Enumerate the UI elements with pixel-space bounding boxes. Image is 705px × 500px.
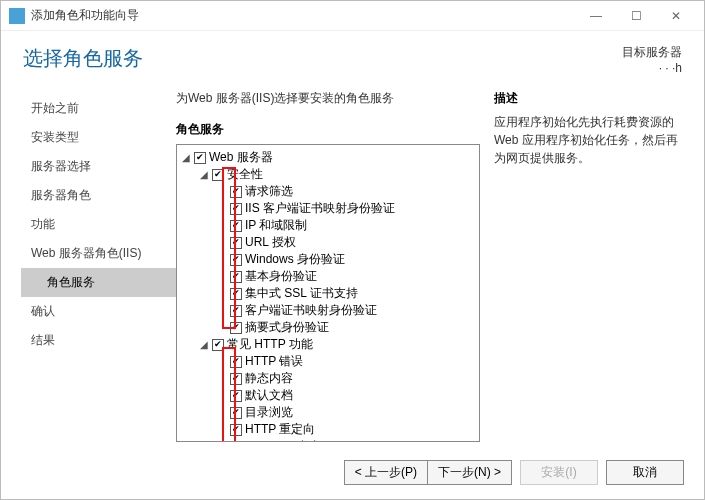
sidebar-item[interactable]: 功能 [21,210,176,239]
tree-label: WebDAV 发布 [245,438,321,442]
checkbox[interactable] [230,254,242,266]
checkbox[interactable] [194,152,206,164]
checkbox[interactable] [212,339,224,351]
tree-row[interactable]: ◢常见 HTTP 功能 [179,336,477,353]
checkbox[interactable] [230,322,242,334]
nav-button-group: < 上一步(P) 下一步(N) > [344,460,512,485]
description-text: 应用程序初始化先执行耗费资源的 Web 应用程序初始化任务，然后再为网页提供服务… [494,113,684,167]
sidebar-item[interactable]: 安装类型 [21,123,176,152]
tree-label: 客户端证书映射身份验证 [245,302,377,319]
tree-label: 基本身份验证 [245,268,317,285]
checkbox[interactable] [230,271,242,283]
header: 选择角色服务 目标服务器 · · ·h [1,31,704,84]
maximize-button[interactable]: ☐ [616,1,656,31]
expand-icon[interactable]: ◢ [199,339,209,350]
tree-label: 常见 HTTP 功能 [227,336,313,353]
tree-column: 为Web 服务器(IIS)选择要安装的角色服务 角色服务 ◢Web 服务器◢安全… [176,90,480,442]
target-server: 目标服务器 · · ·h [622,45,682,76]
tree-label: Web 服务器 [209,149,273,166]
tree-row[interactable]: 客户端证书映射身份验证 [179,302,477,319]
tree-row[interactable]: WebDAV 发布 [179,438,477,442]
checkbox[interactable] [230,305,242,317]
checkbox[interactable] [230,288,242,300]
role-services-tree[interactable]: ◢Web 服务器◢安全性请求筛选IIS 客户端证书映射身份验证IP 和域限制UR… [176,144,480,442]
checkbox[interactable] [230,203,242,215]
tree-row[interactable]: URL 授权 [179,234,477,251]
tree-label: 请求筛选 [245,183,293,200]
checkbox[interactable] [230,407,242,419]
minimize-button[interactable]: — [576,1,616,31]
sidebar-item[interactable]: 确认 [21,297,176,326]
checkbox[interactable] [230,186,242,198]
instruction-text: 为Web 服务器(IIS)选择要安装的角色服务 [176,90,480,107]
tree-label: 目录浏览 [245,404,293,421]
window-title: 添加角色和功能向导 [31,7,576,24]
checkbox[interactable] [230,390,242,402]
expand-icon[interactable]: ◢ [199,169,209,180]
checkbox[interactable] [230,441,242,442]
next-button[interactable]: 下一步(N) > [427,460,512,485]
expand-icon[interactable]: ◢ [181,152,191,163]
sidebar-item[interactable]: Web 服务器角色(IIS) [21,239,176,268]
sidebar-item[interactable]: 角色服务 [21,268,176,297]
titlebar: 添加角色和功能向导 — ☐ ✕ [1,1,704,31]
sidebar-item[interactable]: 服务器角色 [21,181,176,210]
window-controls: — ☐ ✕ [576,1,696,31]
tree-row[interactable]: ◢安全性 [179,166,477,183]
tree-label: 集中式 SSL 证书支持 [245,285,358,302]
tree-row[interactable]: 摘要式身份验证 [179,319,477,336]
tree-label: IIS 客户端证书映射身份验证 [245,200,395,217]
sidebar-item[interactable]: 开始之前 [21,94,176,123]
page-title: 选择角色服务 [23,45,143,76]
body: 开始之前安装类型服务器选择服务器角色功能Web 服务器角色(IIS)角色服务确认… [1,84,704,450]
tree-row[interactable]: 目录浏览 [179,404,477,421]
main: 为Web 服务器(IIS)选择要安装的角色服务 角色服务 ◢Web 服务器◢安全… [176,84,684,442]
tree-label: HTTP 错误 [245,353,303,370]
tree-row[interactable]: 静态内容 [179,370,477,387]
tree-row[interactable]: 默认文档 [179,387,477,404]
app-icon [9,8,25,24]
tree-row[interactable]: IP 和域限制 [179,217,477,234]
close-button[interactable]: ✕ [656,1,696,31]
sidebar: 开始之前安装类型服务器选择服务器角色功能Web 服务器角色(IIS)角色服务确认… [21,84,176,442]
tree-label: 角色服务 [176,121,480,138]
tree-row[interactable]: ◢Web 服务器 [179,149,477,166]
target-value: · · ·h [622,61,682,77]
tree-row[interactable]: HTTP 重定向 [179,421,477,438]
tree-row[interactable]: Windows 身份验证 [179,251,477,268]
checkbox[interactable] [230,220,242,232]
checkbox[interactable] [230,373,242,385]
description-label: 描述 [494,90,684,107]
tree-row[interactable]: 请求筛选 [179,183,477,200]
tree-row[interactable]: 集中式 SSL 证书支持 [179,285,477,302]
tree-label: 安全性 [227,166,263,183]
footer: < 上一步(P) 下一步(N) > 安装(I) 取消 [1,450,704,499]
cancel-button[interactable]: 取消 [606,460,684,485]
tree-row[interactable]: IIS 客户端证书映射身份验证 [179,200,477,217]
tree-label: 默认文档 [245,387,293,404]
checkbox[interactable] [230,356,242,368]
tree-row[interactable]: HTTP 错误 [179,353,477,370]
tree-row[interactable]: 基本身份验证 [179,268,477,285]
tree-label: IP 和域限制 [245,217,307,234]
target-label: 目标服务器 [622,45,682,61]
previous-button[interactable]: < 上一步(P) [344,460,427,485]
tree-label: 静态内容 [245,370,293,387]
checkbox[interactable] [230,237,242,249]
tree-label: Windows 身份验证 [245,251,345,268]
tree-label: 摘要式身份验证 [245,319,329,336]
checkbox[interactable] [230,424,242,436]
wizard-window: 添加角色和功能向导 — ☐ ✕ 选择角色服务 目标服务器 · · ·h 开始之前… [0,0,705,500]
sidebar-item[interactable]: 服务器选择 [21,152,176,181]
checkbox[interactable] [212,169,224,181]
tree-label: HTTP 重定向 [245,421,315,438]
sidebar-item[interactable]: 结果 [21,326,176,355]
tree-label: URL 授权 [245,234,296,251]
description-column: 描述 应用程序初始化先执行耗费资源的 Web 应用程序初始化任务，然后再为网页提… [494,90,684,442]
install-button[interactable]: 安装(I) [520,460,598,485]
